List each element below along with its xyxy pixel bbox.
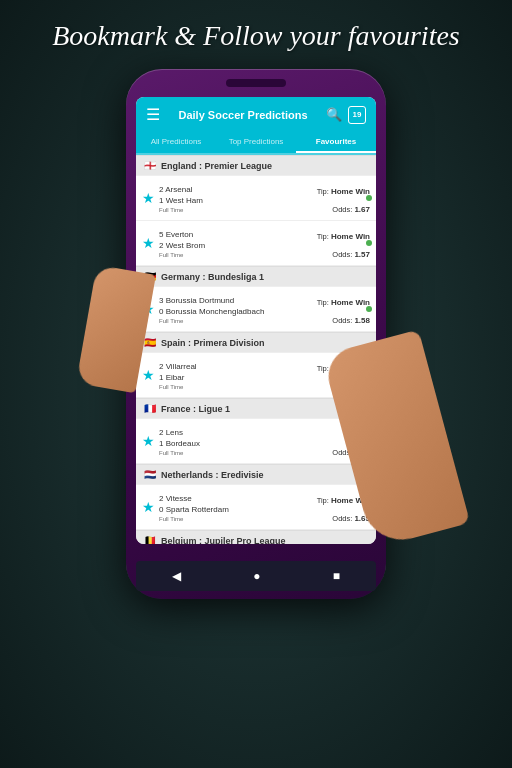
match-time: Full Time — [159, 318, 313, 324]
back-button[interactable]: ◀ — [172, 569, 181, 584]
team1-name: 3 Borussia Dortmund — [159, 295, 313, 306]
odds-label: Odds: — [332, 514, 354, 523]
status-dot — [366, 240, 372, 246]
tip-value: Home Win — [331, 232, 370, 241]
odds-label: Odds: — [332, 250, 354, 259]
favourite-star-icon[interactable]: ★ — [142, 367, 155, 384]
league-flag-icon: 🇪🇸 — [144, 337, 156, 348]
tab-favourites[interactable]: Favourites — [296, 132, 376, 153]
league-header: 🇩🇪Germany : Bundesliga 1 — [136, 266, 376, 286]
match-card[interactable]: ★2 Arsenal1 West HamFull TimeTip: Home W… — [136, 176, 376, 220]
menu-icon[interactable]: ☰ — [146, 105, 160, 124]
app-title: Daily Soccer Predictions — [179, 109, 308, 121]
league-header: 🇪🇸Spain : Primera Division — [136, 332, 376, 352]
match-time: Full Time — [159, 450, 328, 456]
calendar-icon[interactable]: 19 — [348, 106, 366, 124]
match-info: 2 Arsenal1 West HamFull Time — [159, 184, 313, 213]
tip-value: Home Win — [331, 187, 370, 196]
tip-row: Tip: Home Win — [317, 225, 370, 243]
favourite-star-icon[interactable]: ★ — [142, 235, 155, 252]
match-info: 2 Vitesse0 Sparta RotterdamFull Time — [159, 493, 313, 522]
home-button[interactable]: ● — [253, 569, 260, 584]
headline: Bookmark & Follow your favourites — [22, 0, 490, 64]
match-time: Full Time — [159, 516, 313, 522]
league-name: France : Ligue 1 — [161, 404, 230, 414]
match-card[interactable]: ★3 Borussia Dortmund0 Borussia Monchengl… — [136, 287, 376, 331]
league-name: Germany : Bundesliga 1 — [161, 272, 264, 282]
team2-name: 1 Eibar — [159, 372, 313, 383]
odds-label: Odds: — [332, 205, 354, 214]
tip-label: Tip: — [317, 298, 331, 307]
odds-row: Odds: 1.57 — [317, 243, 370, 261]
team1-name: 2 Vitesse — [159, 493, 313, 504]
team2-name: 1 West Ham — [159, 195, 313, 206]
league-flag-icon: 🇫🇷 — [144, 403, 156, 414]
odds-row: Odds: 1.67 — [317, 198, 370, 216]
odds-label: Odds: — [332, 316, 354, 325]
status-dot — [366, 306, 372, 312]
match-info: 3 Borussia Dortmund0 Borussia Monchengla… — [159, 295, 313, 324]
team2-name: 0 Sparta Rotterdam — [159, 504, 313, 515]
team2-name: 2 West Brom — [159, 240, 313, 251]
phone-notch — [226, 79, 286, 87]
league-flag-icon: 🏴󠁧󠁢󠁥󠁮󠁧󠁿 — [144, 160, 156, 171]
match-time: Full Time — [159, 384, 313, 390]
league-name: Spain : Primera Division — [161, 338, 265, 348]
favourite-star-icon[interactable]: ★ — [142, 190, 155, 207]
favourite-star-icon[interactable]: ★ — [142, 499, 155, 516]
tip-row: Tip: Home Win — [317, 180, 370, 198]
odds-value: 1.57 — [354, 250, 370, 259]
match-card[interactable]: ★2 Vitesse0 Sparta RotterdamFull TimeTip… — [136, 485, 376, 529]
league-header: 🇳🇱Netherlands : Eredivisie — [136, 464, 376, 484]
navigation-bar: ◀ ● ■ — [136, 561, 376, 591]
team2-name: 0 Borussia Monchengladbach — [159, 306, 313, 317]
tip-label: Tip: — [317, 496, 331, 505]
content-area: 🏴󠁧󠁢󠁥󠁮󠁧󠁿England : Premier League★2 Arsena… — [136, 155, 376, 544]
tab-top-predictions[interactable]: Top Predictions — [216, 132, 296, 153]
match-info: 5 Everton2 West BromFull Time — [159, 229, 313, 258]
league-name: England : Premier League — [161, 161, 272, 171]
match-card[interactable]: ★5 Everton2 West BromFull TimeTip: Home … — [136, 221, 376, 265]
match-tip-block: Tip: Home WinOdds: 1.58 — [317, 291, 370, 327]
league-flag-icon: 🇳🇱 — [144, 469, 156, 480]
odds-row: Odds: 1.65 — [317, 507, 370, 525]
tip-value: Home Win — [331, 298, 370, 307]
league-flag-icon: 🇧🇪 — [144, 535, 156, 544]
odds-row: Odds: 1.58 — [317, 309, 370, 327]
header-icons: 🔍 19 — [326, 106, 366, 124]
match-info: 2 Lens1 BordeauxFull Time — [159, 427, 328, 456]
league-name: Belgium : Jupiler Pro League — [161, 536, 286, 545]
match-time: Full Time — [159, 207, 313, 213]
team1-name: 5 Everton — [159, 229, 313, 240]
phone-frame: ☰ Daily Soccer Predictions 🔍 19 All Pred… — [126, 69, 386, 599]
match-tip-block: Tip: Home WinOdds: 1.67 — [317, 180, 370, 216]
phone-screen: ☰ Daily Soccer Predictions 🔍 19 All Pred… — [136, 97, 376, 544]
team1-name: 2 Arsenal — [159, 184, 313, 195]
league-header: 🏴󠁧󠁢󠁥󠁮󠁧󠁿England : Premier League — [136, 155, 376, 175]
status-dot — [366, 195, 372, 201]
tab-all-predictions[interactable]: All Predictions — [136, 132, 216, 153]
odds-value: 1.67 — [354, 205, 370, 214]
tip-row: Tip: Home Win — [317, 291, 370, 309]
odds-value: 1.58 — [354, 316, 370, 325]
match-tip-block: Tip: Home WinOdds: 1.57 — [317, 225, 370, 261]
search-icon[interactable]: 🔍 — [326, 107, 342, 123]
recent-button[interactable]: ■ — [333, 569, 340, 584]
team1-name: 2 Villarreal — [159, 361, 313, 372]
tabs-bar: All Predictions Top Predictions Favourit… — [136, 132, 376, 155]
app-header: ☰ Daily Soccer Predictions 🔍 19 — [136, 97, 376, 132]
match-time: Full Time — [159, 252, 313, 258]
tip-label: Tip: — [317, 232, 331, 241]
league-header: 🇧🇪Belgium : Jupiler Pro League — [136, 530, 376, 544]
team2-name: 1 Bordeaux — [159, 438, 328, 449]
favourite-star-icon[interactable]: ★ — [142, 433, 155, 450]
phone-mockup: ☰ Daily Soccer Predictions 🔍 19 All Pred… — [126, 69, 386, 599]
tip-label: Tip: — [317, 187, 331, 196]
league-name: Netherlands : Eredivisie — [161, 470, 264, 480]
team1-name: 2 Lens — [159, 427, 328, 438]
match-info: 2 Villarreal1 EibarFull Time — [159, 361, 313, 390]
